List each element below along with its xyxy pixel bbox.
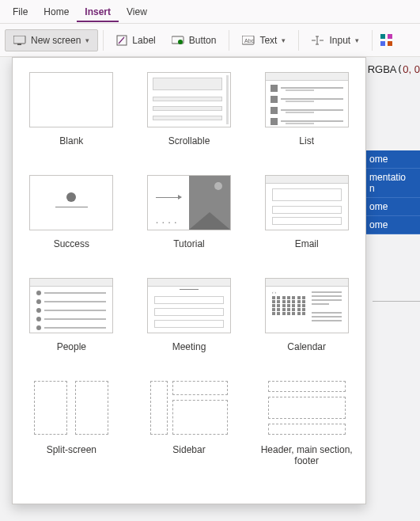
gallery-item-header-main-footer[interactable]: Header, main section, footer <box>259 381 354 479</box>
gallery-item-label: Split-screen <box>47 444 96 466</box>
separator <box>373 301 420 302</box>
svg-text:Abc: Abc <box>244 38 255 44</box>
gallery-item-calendar[interactable]: ‹ › Calendar <box>259 278 354 376</box>
thumbnail-email <box>265 175 349 230</box>
gallery-item-label: List <box>299 135 314 158</box>
gallery-item-label: Meeting <box>172 341 206 363</box>
gallery-item-label: Sidebar <box>172 444 205 466</box>
gallery-item-label: Success <box>54 238 89 260</box>
chevron-down-icon: ▾ <box>85 36 89 44</box>
svg-rect-13 <box>388 34 392 39</box>
button-button[interactable]: Button <box>164 30 225 51</box>
svg-rect-0 <box>13 36 25 44</box>
thumbnail-split <box>29 381 113 436</box>
toolbar-divider <box>229 30 229 51</box>
label-button[interactable]: Label <box>108 30 163 51</box>
new-screen-gallery: Blank Scrollable List Success <box>12 57 366 504</box>
gallery-item-label: Calendar <box>287 341 326 363</box>
gallery-item-split-screen[interactable]: Split-screen <box>24 381 119 479</box>
thumbnail-calendar: ‹ › <box>265 278 349 333</box>
input-button[interactable]: Input ▾ <box>304 30 367 51</box>
screen-icon <box>13 36 26 45</box>
svg-rect-1 <box>17 44 21 45</box>
menu-home[interactable]: Home <box>36 2 77 22</box>
gallery-item-meeting[interactable]: Meeting <box>142 278 237 376</box>
gallery-item-list[interactable]: List <box>259 72 354 170</box>
svg-rect-12 <box>380 34 385 39</box>
menubar: File Home Insert View <box>0 0 420 24</box>
gallery-item-tutorial[interactable]: • • • • Tutorial <box>142 175 237 273</box>
text-icon: Abc <box>242 36 255 45</box>
gallery-item-scrollable[interactable]: Scrollable <box>142 72 237 170</box>
menu-file[interactable]: File <box>5 2 36 22</box>
toolbar-divider <box>298 30 299 51</box>
thumbnail-meeting <box>147 278 231 333</box>
gallery-icon <box>380 34 393 47</box>
tree-item[interactable]: ome <box>365 150 420 169</box>
chevron-down-icon: ▾ <box>282 36 286 44</box>
new-screen-button[interactable]: New screen ▾ <box>5 29 98 51</box>
new-screen-label: New screen <box>31 35 81 46</box>
gallery-item-label: Email <box>295 238 319 260</box>
label-icon <box>116 35 127 46</box>
gallery-item-label: Header, main section, footer <box>259 444 354 466</box>
toolbar-divider <box>372 30 373 51</box>
thumbnail-scrollable <box>147 72 231 127</box>
text-btn-text: Text <box>259 35 277 46</box>
menu-view[interactable]: View <box>119 2 155 22</box>
toolbar-divider <box>103 30 104 51</box>
gallery-item-people[interactable]: People <box>24 278 119 376</box>
label-btn-text: Label <box>132 35 155 46</box>
toolbar: New screen ▾ Label Button Abc Text ▾ Inp… <box>0 24 420 57</box>
gallery-item-success[interactable]: Success <box>24 175 119 273</box>
gallery-item-label: People <box>57 341 86 363</box>
button-icon <box>172 36 184 45</box>
menu-insert[interactable]: Insert <box>77 2 119 22</box>
svg-point-4 <box>178 40 183 44</box>
gallery-item-sidebar[interactable]: Sidebar <box>142 381 237 479</box>
thumbnail-blank <box>29 72 113 127</box>
gallery-item-email[interactable]: Email <box>259 175 354 273</box>
tree-view-partial: ome mentation ome ome <box>365 150 420 234</box>
thumbnail-hmsf <box>265 381 349 436</box>
thumbnail-sidebar <box>147 381 231 436</box>
svg-rect-14 <box>380 41 385 46</box>
button-btn-text: Button <box>189 35 217 46</box>
input-icon <box>312 36 324 45</box>
tree-item[interactable]: ome <box>365 216 420 234</box>
gallery-button[interactable] <box>377 29 396 51</box>
formula-bar-partial: RGBA(0, 0 <box>368 63 420 75</box>
chevron-down-icon: ▾ <box>355 36 359 44</box>
gallery-item-label: Tutorial <box>173 238 205 260</box>
gallery-item-label: Blank <box>59 135 83 158</box>
input-btn-text: Input <box>329 35 350 46</box>
tree-item[interactable]: ome <box>365 198 420 216</box>
svg-rect-15 <box>388 41 392 46</box>
thumbnail-people <box>29 278 113 333</box>
tree-item[interactable]: mentation <box>365 169 420 198</box>
gallery-item-blank[interactable]: Blank <box>24 72 119 170</box>
thumbnail-tutorial: • • • • <box>147 175 231 230</box>
thumbnail-list <box>265 72 349 127</box>
text-button[interactable]: Abc Text ▾ <box>234 30 293 51</box>
thumbnail-success <box>29 175 113 230</box>
gallery-item-label: Scrollable <box>168 135 210 158</box>
